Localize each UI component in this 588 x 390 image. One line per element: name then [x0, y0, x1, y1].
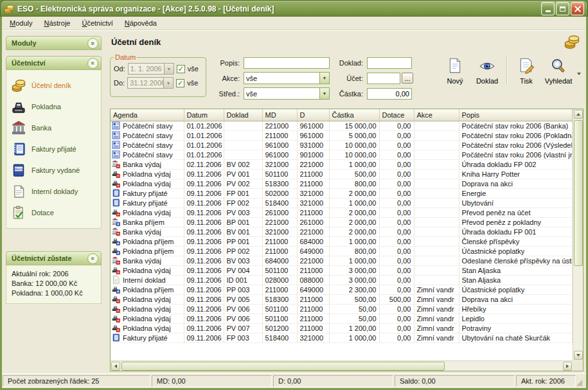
scroll-left-button[interactable]	[111, 362, 120, 371]
table-row[interactable]: Faktury přijaté09.11.2006FP 002518400321…	[111, 198, 573, 208]
close-button[interactable]	[571, 2, 584, 15]
column-header-md[interactable]: MD	[262, 109, 297, 121]
column-header-d[interactable]: D	[297, 109, 329, 121]
table-row[interactable]: Pokladna výdaj09.11.2006PV 0025183002110…	[111, 179, 573, 188]
chevron-up-icon[interactable]	[87, 58, 98, 69]
maximize-button[interactable]	[556, 2, 569, 15]
table-row[interactable]: Pokladna výdaj09.11.2006PV 0032610002110…	[111, 208, 573, 217]
horizontal-scrollbar[interactable]	[111, 360, 573, 371]
titlebar[interactable]: ESO - Elektronická správa organizace - […	[0, 0, 588, 17]
column-header-datum[interactable]: Datum	[184, 109, 224, 121]
column-header-castka[interactable]: Částka	[329, 109, 379, 121]
to-all-checkbox[interactable]	[176, 79, 184, 87]
cash-out-icon	[112, 208, 120, 217]
agenda-label: Počáteční stavy	[123, 132, 173, 139]
vertical-scrollbar[interactable]	[573, 109, 583, 360]
scroll-right-button[interactable]	[563, 362, 572, 371]
table-row[interactable]: Počáteční stavy01.01.20062110009610005 0…	[111, 130, 573, 140]
from-all-label: vše	[188, 65, 199, 73]
chevron-up-icon[interactable]	[87, 253, 98, 264]
cell-akce	[414, 217, 459, 227]
popis-input[interactable]	[244, 57, 330, 69]
menu-item-napoveda[interactable]: Nápověda	[119, 18, 163, 28]
table-row[interactable]: Pokladna výdaj09.11.2006PV 0045011002110…	[111, 265, 573, 275]
toolbar-button-label: Tisk	[520, 77, 533, 85]
horizontal-scroll-thumb[interactable]	[121, 362, 445, 371]
sidebar-item-faktury-vydane[interactable]: MemoFaktury vydané	[12, 159, 98, 181]
stred-select[interactable]: vše	[244, 87, 330, 100]
table-row[interactable]: Pokladna příjem09.11.2006PP 001211000684…	[111, 236, 573, 246]
table-row[interactable]: Pokladna příjem09.11.2006PP 003211000649…	[111, 285, 573, 294]
doklad-input[interactable]	[367, 57, 412, 69]
sidebar-item-label: Banka	[31, 124, 51, 132]
column-header-doklad[interactable]: Doklad	[224, 109, 262, 121]
sidebar-item-label: Faktury vydané	[31, 166, 80, 174]
cell-d: 211000	[297, 314, 329, 323]
toolbar-button-vyhledat[interactable]: Vyhledat	[542, 55, 575, 87]
invoice-book-icon	[12, 142, 26, 156]
cell-md: 961000	[262, 140, 297, 150]
ucet-input[interactable]	[367, 73, 400, 84]
table-row[interactable]: Počáteční stavy01.01.200696100090100010 …	[111, 150, 573, 159]
cell-castka: 50,00	[329, 314, 379, 323]
cell-doklad: FP 001	[224, 188, 262, 198]
cell-dotace: 0,00	[379, 256, 414, 265]
sidebar-item-pokladna[interactable]: Pokladna	[12, 96, 98, 117]
ucetnictvi-panel-header[interactable]: Účetnictví	[6, 56, 102, 70]
scroll-down-button[interactable]	[574, 351, 583, 360]
chevron-down-icon[interactable]	[87, 38, 98, 49]
cell-agenda: Počáteční stavy	[111, 121, 184, 130]
to-date-select[interactable]: 31.12.2006	[127, 77, 174, 89]
resize-grip[interactable]	[576, 378, 585, 387]
menu-item-ucetnictvi[interactable]: Účetnictví	[76, 18, 118, 28]
sidebar-item-ucetni-denik[interactable]: Účetní deník	[12, 75, 98, 96]
table-row[interactable]: Počáteční stavy01.01.200622100096100015 …	[111, 121, 573, 130]
minimize-button[interactable]	[541, 2, 555, 15]
search-options-button[interactable]	[575, 55, 584, 75]
cell-akce	[414, 236, 459, 246]
balance-panel-header[interactable]: Účetnictví zůstate	[6, 251, 102, 265]
from-date-select[interactable]: 1. 1. 2006	[128, 63, 174, 75]
table-row[interactable]: Faktury přijaté09.11.2006FP 001502000321…	[111, 188, 573, 198]
column-header-popis[interactable]: Popis	[459, 109, 573, 121]
moduly-panel-header[interactable]: Moduly	[6, 36, 102, 50]
cell-doklad: BV 002	[224, 159, 262, 169]
castka-input[interactable]	[367, 88, 412, 100]
table-row[interactable]: Interní doklad09.11.2006ID 0010280000880…	[111, 275, 573, 285]
table-row[interactable]: Banka příjem09.11.2006BP 001221000261000…	[111, 217, 573, 227]
cash-in-icon	[112, 237, 120, 245]
toolbar-button-tisk[interactable]: Tisk	[510, 55, 542, 87]
akce-select[interactable]: vše	[244, 72, 330, 84]
toolbar-button-doklad[interactable]: Doklad	[471, 55, 503, 87]
sidebar-item-faktury-prijate[interactable]: Faktury přijaté	[12, 138, 98, 159]
table-row[interactable]: Faktury přijaté09.11.2006FP 003518400321…	[111, 333, 573, 342]
table-row[interactable]: Pokladna výdaj09.11.2006PV 0065011002110…	[111, 314, 573, 323]
sidebar-item-interni-doklady[interactable]: Interní doklady	[12, 181, 98, 202]
column-header-akce[interactable]: Akce	[414, 109, 459, 121]
table-row[interactable]: Pokladna výdaj09.11.2006PV 0075012002110…	[111, 323, 573, 333]
column-header-agenda[interactable]: Agenda	[111, 109, 184, 121]
date-filter-group: Datum Od: 1. 1. 2006 vše Do:	[110, 53, 206, 97]
cell-md: 028000	[262, 275, 297, 285]
table-row[interactable]: Banka výdaj09.11.2006BV 0036840002210001…	[111, 256, 573, 265]
table-row[interactable]: Pokladna příjem09.11.2006PP 002211000649…	[111, 246, 573, 256]
sidebar-item-banka[interactable]: Banka	[12, 117, 98, 138]
column-header-dotace[interactable]: Dotace	[379, 109, 414, 121]
table-row[interactable]: Počáteční stavy01.01.200696100093100010 …	[111, 140, 573, 150]
menu-item-moduly[interactable]: Moduly	[4, 18, 38, 28]
sidebar-item-dotace[interactable]: Dotace	[12, 202, 98, 223]
scroll-up-button[interactable]	[574, 110, 583, 119]
toolbar-button-novy[interactable]: Nový	[439, 55, 471, 87]
table-row[interactable]: Banka výdaj02.11.2006BV 0023210002210001…	[111, 159, 573, 169]
cell-md: 321000	[262, 227, 297, 236]
cell-agenda: Pokladna výdaj	[111, 314, 184, 323]
table-row[interactable]: Pokladna výdaj09.11.2006PV 0015011002110…	[111, 169, 573, 179]
table-row[interactable]: Banka výdaj09.11.2006BV 0013210002210002…	[111, 227, 573, 236]
table-row[interactable]: Pokladna výdaj09.11.2006PV 0055183002110…	[111, 294, 573, 304]
table-row[interactable]: Pokladna výdaj09.11.2006PV 0065011002110…	[111, 304, 573, 314]
ucet-browse-button[interactable]: ...	[402, 73, 413, 84]
menu-item-nastroje[interactable]: Nástroje	[38, 18, 76, 28]
vertical-scroll-thumb[interactable]	[574, 120, 583, 266]
cash-in-icon	[112, 285, 120, 294]
from-all-checkbox[interactable]	[177, 65, 185, 73]
